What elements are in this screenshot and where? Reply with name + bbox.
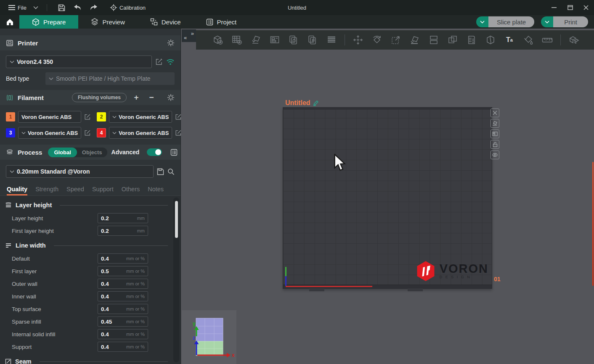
text-tool-icon[interactable]: Ta	[502, 32, 517, 47]
filament-4-color-swatch[interactable]: 4	[97, 128, 106, 137]
settings-scrollbar-thumb[interactable]	[175, 201, 178, 238]
measure-icon[interactable]	[540, 32, 555, 47]
search-preset-icon[interactable]	[167, 168, 175, 175]
filament-1-preset-dropdown[interactable]: Voron Generic ABS	[18, 111, 81, 123]
split-to-parts-icon[interactable]	[445, 32, 460, 47]
print-button[interactable]: Print	[541, 16, 588, 27]
tab-preview[interactable]: Preview	[78, 15, 137, 29]
scale-icon[interactable]	[388, 32, 403, 47]
lock-plate-icon[interactable]	[491, 140, 499, 149]
plate-number-label[interactable]: 01	[494, 276, 501, 282]
filament-3-color-swatch[interactable]: 3	[6, 128, 15, 137]
file-menu-button[interactable]: File	[6, 3, 29, 13]
tab-prepare[interactable]: Prepare	[19, 15, 78, 29]
tab-strength[interactable]: Strength	[35, 186, 58, 195]
filament-2-color-swatch[interactable]: 2	[97, 112, 106, 121]
remove-filament-button[interactable]: −	[146, 93, 157, 102]
filament-2-preset-dropdown[interactable]: Voron Generic ABS	[109, 111, 172, 123]
sidebar-collapse-button[interactable]: » «	[182, 29, 196, 42]
paste-icon[interactable]	[305, 32, 320, 47]
outer-wall-line-width-input[interactable]	[101, 281, 125, 287]
tab-speed[interactable]: Speed	[66, 186, 84, 195]
save-preset-icon[interactable]	[157, 168, 164, 175]
build-plate[interactable]: VORON DESIGN	[283, 107, 492, 289]
scope-objects-button[interactable]: Objects	[77, 148, 107, 157]
add-icon[interactable]	[210, 32, 225, 47]
sparse-infill-line-width-input[interactable]	[101, 319, 125, 325]
orient-plate-icon[interactable]	[491, 119, 499, 128]
y-axis-indicator	[285, 267, 286, 276]
filament-3-preset-dropdown[interactable]: Voron Generic ABS	[18, 127, 81, 139]
lay-on-face-icon[interactable]	[407, 32, 422, 47]
redo-icon[interactable]	[88, 0, 100, 15]
slice-dropdown-chevron-icon[interactable]	[476, 16, 488, 27]
add-filament-button[interactable]: +	[131, 93, 142, 102]
slice-plate-button[interactable]: Slice plate	[476, 16, 534, 27]
tab-project[interactable]: Project	[194, 15, 249, 29]
setting-label: Layer height	[12, 215, 98, 222]
tab-others[interactable]: Others	[122, 186, 140, 195]
tab-device[interactable]: Device	[138, 15, 194, 29]
undo-icon[interactable]	[72, 0, 84, 15]
filament-1-color-swatch[interactable]: 1	[6, 112, 15, 121]
arrange-plate-icon[interactable]	[491, 129, 499, 138]
print-dropdown-chevron-icon[interactable]	[541, 16, 553, 27]
plate-thumbnail[interactable]: y z x	[182, 310, 236, 364]
first-layer-line-width-input[interactable]	[101, 268, 125, 274]
printer-preset-dropdown[interactable]: Voron2.4 350	[6, 55, 152, 68]
tab-support[interactable]: Support	[92, 186, 114, 195]
filament-1-name: Voron Generic ABS	[21, 114, 72, 120]
scope-global-button[interactable]: Global	[48, 148, 77, 157]
bed-type-value: Smooth PEI Plate / High Temp Plate	[56, 75, 151, 82]
maximize-button[interactable]	[562, 0, 578, 15]
layer-height-input[interactable]	[101, 215, 125, 222]
add-plate-icon[interactable]	[229, 32, 244, 47]
flushing-volumes-button[interactable]: Flushing volumes	[72, 93, 127, 102]
auto-orient-icon[interactable]	[248, 32, 263, 47]
filament-settings-gear-icon[interactable]	[167, 94, 175, 101]
process-preset-dropdown[interactable]: 0.20mm Standard @Voron	[6, 165, 154, 178]
viewport-3d-canvas[interactable]: » « Ta	[181, 29, 594, 364]
setting-row-first-layer: First layer mm or %	[5, 265, 180, 277]
rotate-icon[interactable]	[369, 32, 385, 47]
home-button[interactable]	[0, 15, 19, 29]
edit-filament-3-icon[interactable]	[84, 129, 91, 136]
plate-name-label[interactable]: Untitled	[285, 99, 318, 107]
minimize-button[interactable]	[546, 0, 562, 15]
paint-icon[interactable]	[521, 32, 536, 47]
edit-printer-icon[interactable]	[155, 58, 163, 66]
save-icon[interactable]	[56, 0, 68, 15]
split-to-objects-icon[interactable]	[426, 32, 441, 47]
layers-icon[interactable]	[324, 32, 339, 47]
calibration-button[interactable]: Calibration	[108, 3, 148, 13]
filament-4-preset-dropdown[interactable]: Voron Generic ABS	[109, 127, 172, 139]
settings-panel: Layer height Layer height mm First layer…	[0, 195, 180, 364]
advanced-toggle[interactable]	[147, 148, 162, 156]
tab-quality[interactable]: Quality	[7, 186, 27, 195]
process-preset-row: 0.20mm Standard @Voron	[0, 160, 180, 182]
assembly-view-icon[interactable]	[566, 32, 581, 47]
delete-plate-icon[interactable]	[491, 108, 499, 117]
tab-project-label: Project	[217, 18, 237, 26]
arrange-icon[interactable]	[267, 32, 282, 47]
edit-plate-name-icon[interactable]	[313, 100, 318, 106]
close-button[interactable]	[578, 0, 594, 15]
copy-icon[interactable]	[286, 32, 301, 47]
move-icon[interactable]	[350, 32, 366, 47]
parameter-table-icon[interactable]	[170, 149, 178, 156]
mesh-boolean-icon[interactable]	[483, 32, 498, 47]
printer-settings-gear-icon[interactable]	[167, 39, 175, 47]
support-line-width-input[interactable]	[101, 344, 125, 350]
top-surface-line-width-input[interactable]	[101, 306, 125, 312]
edit-filament-1-icon[interactable]	[84, 113, 91, 120]
tab-notes[interactable]: Notes	[148, 186, 164, 195]
wifi-connection-icon[interactable]	[166, 59, 175, 65]
default-line-width-input[interactable]	[101, 256, 125, 262]
variable-layer-height-icon[interactable]	[464, 32, 479, 47]
chevron-down-icon[interactable]	[33, 6, 38, 9]
bed-type-dropdown[interactable]: Smooth PEI Plate / High Temp Plate	[45, 72, 175, 85]
plate-settings-icon[interactable]	[491, 150, 499, 159]
inner-wall-line-width-input[interactable]	[101, 293, 125, 300]
internal-solid-infill-line-width-input[interactable]	[101, 331, 125, 338]
first-layer-height-input[interactable]	[101, 228, 125, 234]
